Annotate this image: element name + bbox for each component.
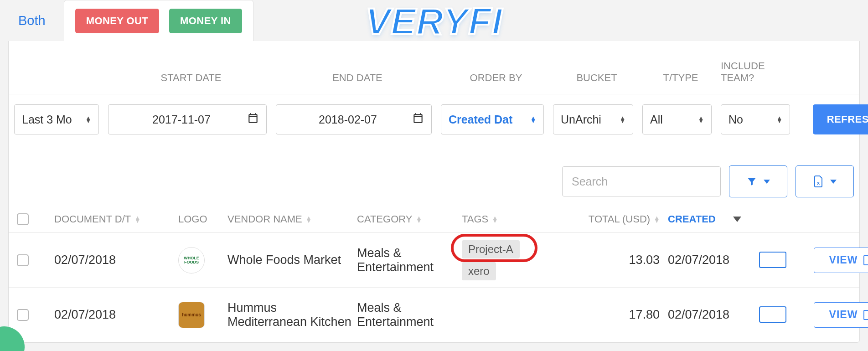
end-date-input[interactable]: 2018-02-07 — [276, 104, 432, 134]
calendar-icon — [247, 112, 259, 127]
col-created-label: CREATED — [668, 213, 716, 225]
sort-arrows-icon: ▲▼ — [134, 216, 140, 222]
table-header: DOCUMENT D/T ▲▼ LOGO VENDOR NAME ▲▼ CATE… — [9, 206, 859, 233]
select-arrows-icon: ▲▼ — [776, 116, 782, 123]
bucket-select[interactable]: UnArchi ▲▼ — [553, 104, 633, 134]
highlight-ellipse — [451, 234, 537, 262]
cell-total: 17.80 — [577, 308, 668, 322]
cell-category: Meals & Entertainment — [357, 246, 462, 274]
sort-arrows-icon: ▲▼ — [416, 216, 422, 222]
tab-active-container: MONEY OUT MONEY IN — [64, 0, 253, 41]
include-team-select[interactable]: No ▲▼ — [721, 104, 790, 134]
col-tags-label: TAGS — [462, 213, 488, 225]
table-row: 02/07/2018WHOLE FOODSWhole Foods MarketM… — [9, 233, 859, 288]
cell-category: Meals & Entertainment — [357, 301, 462, 329]
document-icon — [863, 310, 868, 320]
range-select-value: Last 3 Mo — [22, 113, 85, 126]
cell-document-dt: 02/07/2018 — [54, 253, 178, 267]
end-date-value: 2018-02-07 — [284, 113, 412, 126]
main-panel: START DATE END DATE ORDER BY BUCKET T/TY… — [8, 41, 860, 343]
calendar-icon — [412, 112, 424, 127]
cell-vendor-name: Whole Foods Market — [227, 253, 357, 267]
order-by-select[interactable]: Created Dat ▲▼ — [441, 104, 544, 134]
row-checkbox[interactable] — [17, 309, 29, 321]
sort-desc-icon — [733, 217, 741, 222]
secondary-toolbar: x — [9, 148, 859, 206]
select-arrows-icon: ▲▼ — [85, 116, 91, 123]
cell-created: 02/07/2018 — [668, 253, 759, 267]
sort-arrows-icon: ▲▼ — [492, 216, 498, 222]
range-select[interactable]: Last 3 Mo ▲▼ — [14, 104, 99, 134]
col-tags[interactable]: TAGS ▲▼ — [462, 213, 577, 225]
col-total-label: TOTAL (USD) — [589, 213, 650, 225]
vendor-logo: WHOLE FOODS — [178, 247, 205, 274]
col-vendor-name-label: VENDOR NAME — [227, 213, 302, 225]
sort-arrows-icon: ▲▼ — [654, 216, 660, 222]
filter-row: Last 3 Mo ▲▼ 2017-11-07 2018-02-07 Creat… — [9, 94, 859, 148]
row-checkbox[interactable] — [17, 254, 29, 266]
export-button[interactable]: x — [796, 165, 854, 197]
select-arrows-icon: ▲▼ — [530, 116, 536, 123]
cell-tags: Project-Axero — [462, 240, 577, 280]
col-created[interactable]: CREATED — [668, 213, 759, 225]
tab-money-in[interactable]: MONEY IN — [169, 9, 242, 33]
label-bucket: BUCKET — [553, 72, 641, 84]
label-ttype: T/TYPE — [642, 72, 719, 84]
label-include-team: INCLUDE TEAM? — [721, 60, 797, 84]
view-button[interactable]: VIEW — [814, 248, 868, 273]
start-date-value: 2017-11-07 — [116, 113, 247, 126]
tab-both[interactable]: Both — [8, 3, 56, 38]
select-all-checkbox[interactable] — [17, 213, 29, 225]
col-logo: LOGO — [178, 213, 227, 225]
document-icon — [863, 255, 868, 265]
refresh-button[interactable]: REFRESH — [813, 104, 868, 134]
col-category-label: CATEGORY — [357, 213, 412, 225]
bucket-value: UnArchi — [561, 113, 620, 126]
label-start-date: START DATE — [108, 72, 274, 84]
cell-vendor-name: Hummus Mediterranean Kitchen — [227, 301, 357, 329]
view-button-label: VIEW — [829, 254, 858, 266]
svg-text:x: x — [817, 180, 820, 186]
ttype-value: All — [650, 113, 698, 126]
table-row: 02/07/2018hummusHummus Mediterranean Kit… — [9, 288, 859, 342]
col-vendor-name[interactable]: VENDOR NAME ▲▼ — [227, 213, 357, 225]
vendor-logo: hummus — [178, 302, 205, 328]
row-action-button[interactable] — [759, 306, 786, 323]
cell-created: 02/07/2018 — [668, 308, 759, 322]
tag[interactable]: xero — [462, 262, 496, 280]
table-body: 02/07/2018WHOLE FOODSWhole Foods MarketM… — [9, 233, 859, 342]
funnel-icon — [746, 176, 757, 187]
start-date-input[interactable]: 2017-11-07 — [108, 104, 267, 134]
cell-total: 13.03 — [577, 253, 668, 267]
col-document-dt-label: DOCUMENT D/T — [54, 213, 131, 225]
filter-button[interactable] — [729, 165, 787, 197]
filter-labels: START DATE END DATE ORDER BY BUCKET T/TY… — [9, 41, 859, 94]
search-input[interactable] — [562, 166, 721, 196]
chevron-down-icon — [764, 180, 770, 184]
select-arrows-icon: ▲▼ — [620, 116, 625, 123]
col-document-dt[interactable]: DOCUMENT D/T ▲▼ — [54, 213, 178, 225]
col-total[interactable]: TOTAL (USD) ▲▼ — [577, 213, 668, 225]
tag[interactable]: Project-A — [462, 240, 520, 258]
export-file-icon: x — [813, 175, 824, 188]
label-end-date: END DATE — [276, 72, 439, 84]
view-button-label: VIEW — [829, 309, 858, 321]
chevron-down-icon — [830, 180, 837, 184]
cell-document-dt: 02/07/2018 — [54, 308, 178, 322]
select-arrows-icon: ▲▼ — [698, 116, 704, 123]
col-category[interactable]: CATEGORY ▲▼ — [357, 213, 462, 225]
tab-money-out[interactable]: MONEY OUT — [75, 9, 159, 33]
row-action-button[interactable] — [759, 252, 786, 268]
view-button[interactable]: VIEW — [814, 302, 868, 328]
ttype-select[interactable]: All ▲▼ — [642, 104, 712, 134]
order-by-value: Created Dat — [449, 113, 530, 126]
tab-bar: Both MONEY OUT MONEY IN — [0, 0, 868, 41]
label-order-by: ORDER BY — [441, 72, 551, 84]
sort-arrows-icon: ▲▼ — [306, 216, 312, 222]
include-team-value: No — [728, 113, 776, 126]
